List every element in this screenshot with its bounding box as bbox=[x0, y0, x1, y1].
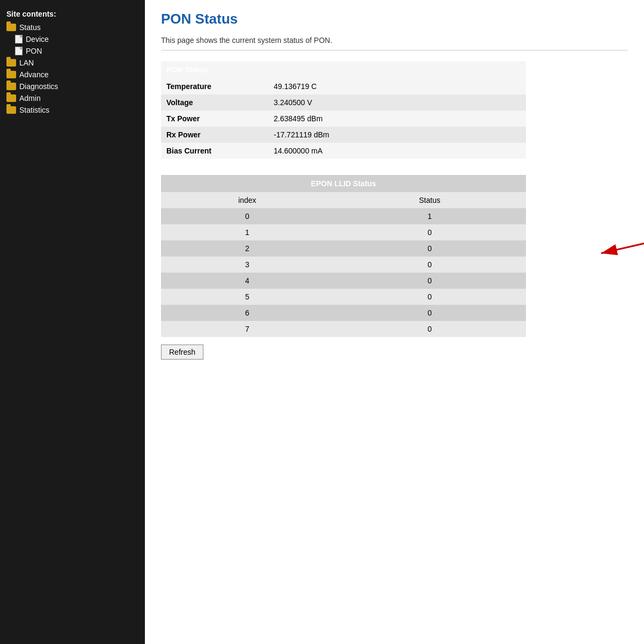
epon-row-status: 0 bbox=[333, 240, 526, 257]
epon-row-index: 2 bbox=[161, 240, 333, 257]
sidebar: Site contents: Status Device PON LAN Adv… bbox=[0, 0, 145, 644]
epon-row-status: 0 bbox=[333, 321, 526, 337]
page-icon bbox=[15, 47, 23, 55]
pon-row-label: Temperature bbox=[161, 78, 268, 94]
folder-icon bbox=[6, 94, 16, 102]
sidebar-item-label: Admin bbox=[19, 94, 41, 103]
epon-row-status: 0 bbox=[333, 224, 526, 240]
sidebar-item-label: Device bbox=[26, 35, 49, 43]
epon-col-index: index bbox=[161, 192, 333, 208]
sidebar-item-label: LAN bbox=[19, 58, 34, 67]
pon-row-value: 49.136719 C bbox=[268, 78, 526, 94]
epon-row-index: 1 bbox=[161, 224, 333, 240]
page-title: PON Status bbox=[161, 11, 628, 27]
sidebar-item-label: PON bbox=[26, 47, 42, 55]
folder-icon bbox=[6, 83, 16, 90]
epon-col-status: Status bbox=[333, 192, 526, 208]
sidebar-item-device[interactable]: Device bbox=[0, 33, 145, 45]
pon-row-value: 14.600000 mA bbox=[268, 143, 526, 159]
page-description: This page shows the current system statu… bbox=[161, 36, 628, 50]
epon-section: EPON LLID Status index Status 0110203040… bbox=[161, 175, 628, 337]
pon-row-label: Voltage bbox=[161, 94, 268, 111]
sidebar-item-label: Advance bbox=[19, 70, 48, 79]
pon-row-label: Bias Current bbox=[161, 143, 268, 159]
folder-icon bbox=[6, 24, 16, 31]
sidebar-item-pon[interactable]: PON bbox=[0, 45, 145, 57]
epon-llid-table: EPON LLID Status index Status 0110203040… bbox=[161, 175, 526, 337]
epon-row-status: 0 bbox=[333, 289, 526, 305]
epon-row-index: 5 bbox=[161, 289, 333, 305]
epon-row-index: 7 bbox=[161, 321, 333, 337]
sidebar-item-label: Statistics bbox=[19, 106, 49, 114]
pon-status-table: PON Status Temperature49.136719 CVoltage… bbox=[161, 61, 526, 159]
epon-row-status: 0 bbox=[333, 273, 526, 289]
epon-row-status: 1 bbox=[333, 208, 526, 224]
epon-row-index: 6 bbox=[161, 305, 333, 321]
page-icon bbox=[15, 35, 23, 43]
pon-row-value: 2.638495 dBm bbox=[268, 111, 526, 127]
pon-row-value: 3.240500 V bbox=[268, 94, 526, 111]
folder-icon bbox=[6, 71, 16, 78]
epon-row-status: 0 bbox=[333, 257, 526, 273]
folder-icon bbox=[6, 106, 16, 114]
main-content: PON Status This page shows the current s… bbox=[145, 0, 644, 644]
sidebar-item-admin[interactable]: Admin bbox=[0, 92, 145, 104]
folder-icon bbox=[6, 59, 16, 67]
sidebar-item-label: Diagnostics bbox=[19, 82, 58, 91]
epon-row-index: 4 bbox=[161, 273, 333, 289]
sidebar-item-label: Status bbox=[19, 23, 41, 32]
sidebar-header: Site contents: bbox=[0, 5, 145, 21]
sidebar-item-statistics[interactable]: Statistics bbox=[0, 104, 145, 116]
sidebar-item-advance[interactable]: Advance bbox=[0, 69, 145, 80]
red-arrow-annotation bbox=[596, 238, 644, 260]
epon-row-index: 0 bbox=[161, 208, 333, 224]
sidebar-item-lan[interactable]: LAN bbox=[0, 57, 145, 69]
pon-row-value: -17.721119 dBm bbox=[268, 127, 526, 143]
sidebar-item-diagnostics[interactable]: Diagnostics bbox=[0, 80, 145, 92]
pon-row-label: Tx Power bbox=[161, 111, 268, 127]
epon-row-status: 0 bbox=[333, 305, 526, 321]
pon-row-label: Rx Power bbox=[161, 127, 268, 143]
pon-status-header: PON Status bbox=[161, 61, 526, 78]
epon-llid-header: EPON LLID Status bbox=[161, 175, 526, 192]
refresh-button[interactable]: Refresh bbox=[161, 345, 203, 360]
sidebar-item-status[interactable]: Status bbox=[0, 21, 145, 33]
svg-line-1 bbox=[601, 241, 644, 253]
epon-row-index: 3 bbox=[161, 257, 333, 273]
